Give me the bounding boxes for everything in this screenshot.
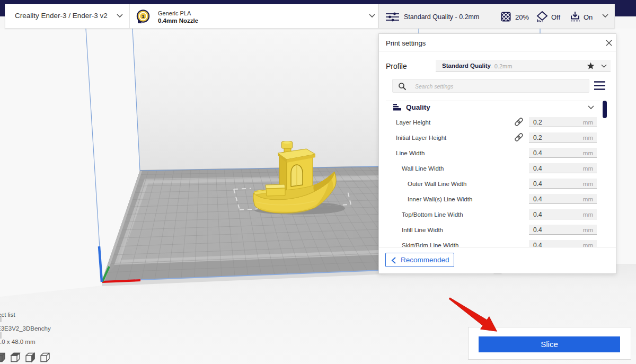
svg-text:1: 1 <box>142 13 145 19</box>
